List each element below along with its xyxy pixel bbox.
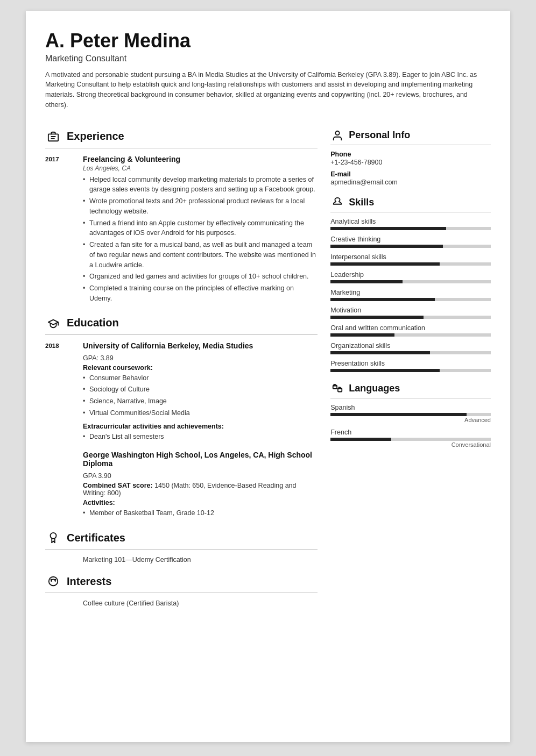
interests-content: Coffee culture (Certified Barista) — [45, 600, 318, 607]
bullet-item: Virtual Communities/Social Media — [83, 408, 318, 418]
edu-entry-1: 2018 University of California Berkeley, … — [45, 341, 318, 444]
skill-item: Oral and written communication — [330, 324, 491, 337]
phone-label: Phone — [330, 151, 491, 158]
bullet-item: Completed a training course on the princ… — [83, 283, 318, 304]
exp-title-1: Freelancing & Volunteering — [83, 155, 318, 163]
experience-header: Experience — [45, 129, 318, 145]
sat-label: Combined SAT score: — [83, 482, 153, 489]
email-label: E-mail — [330, 170, 491, 178]
skills-section: Skills Analytical skills Creative thinki… — [330, 196, 491, 372]
skill-name: Marketing — [330, 289, 491, 296]
skills-icon — [330, 196, 344, 210]
lang-bar-bg — [330, 438, 491, 441]
exp-bullets-1: Helped local community develop marketing… — [83, 175, 318, 304]
lang-name: Spanish — [330, 404, 491, 411]
edu-year-2 — [45, 451, 83, 520]
exp-entry-1: 2017 Freelancing & Volunteering Los Ange… — [45, 155, 318, 305]
svg-rect-0 — [48, 134, 58, 141]
resume-page: A. Peter Medina Marketing Consultant A m… — [26, 11, 510, 742]
personal-info-icon — [330, 129, 344, 142]
skill-item: Leadership — [330, 271, 491, 283]
edu-entry-2: George Washington High School, Los Angel… — [45, 451, 318, 520]
languages-divider — [330, 398, 491, 398]
bullet-item: Turned a friend into an Apple customer b… — [83, 218, 318, 239]
education-divider — [45, 334, 318, 335]
two-col-layout: Experience 2017 Freelancing & Volunteeri… — [45, 129, 491, 723]
svg-point-6 — [51, 579, 52, 580]
activities-label: Activities: — [83, 499, 318, 507]
sat-row: Combined SAT score: 1450 (Math: 650, Evi… — [83, 482, 318, 497]
skill-bar-fill — [330, 369, 439, 372]
edu-gpa-1: GPA: 3.89 — [83, 354, 318, 362]
skill-bar-fill — [330, 333, 394, 337]
experience-section: Experience 2017 Freelancing & Volunteeri… — [45, 129, 318, 305]
svg-point-5 — [49, 577, 58, 586]
exp-year-1: 2017 — [45, 155, 83, 305]
coursework-label: Relevant coursework: — [83, 364, 318, 372]
skills-title: Skills — [349, 197, 374, 208]
svg-point-4 — [51, 533, 57, 539]
bullet-item: Helped local community develop marketing… — [83, 175, 318, 195]
bullet-item: Consumer Behavior — [83, 373, 318, 383]
personal-info-title: Personal Info — [349, 130, 410, 141]
certificates-title: Certificates — [67, 532, 125, 544]
edu-title-1: University of California Berkeley, Media… — [83, 341, 318, 350]
skill-item: Organizational skills — [330, 342, 491, 354]
lang-bar-fill — [330, 438, 391, 441]
skill-bar-fill — [330, 351, 430, 354]
interests-divider — [45, 593, 318, 593]
skills-divider — [330, 212, 491, 212]
skill-item: Interpersonal skills — [330, 253, 491, 266]
svg-point-8 — [336, 131, 340, 134]
exp-content-1: Freelancing & Volunteering Los Angeles, … — [83, 155, 318, 305]
skill-name: Analytical skills — [330, 218, 491, 225]
extracurricular-bullets: Dean's List all semesters — [83, 432, 318, 442]
skill-bar-fill — [330, 245, 442, 248]
experience-divider — [45, 148, 318, 148]
candidate-name: A. Peter Medina — [45, 30, 491, 52]
skill-bar-fill — [330, 298, 435, 301]
bullet-item: Organized and led games and activities f… — [83, 272, 318, 282]
skills-header: Skills — [330, 196, 491, 210]
skill-bar-fill — [330, 262, 439, 266]
interests-section: Interests Coffee culture (Certified Bari… — [45, 573, 318, 607]
certificates-divider — [45, 549, 318, 550]
skill-name: Creative thinking — [330, 236, 491, 243]
languages-container: Spanish Advanced French Conversational — [330, 404, 491, 448]
interests-item-1: Coffee culture (Certified Barista) — [83, 600, 318, 607]
coursework-bullets: Consumer Behavior Sociology of Culture S… — [83, 373, 318, 418]
bullet-item: Sociology of Culture — [83, 384, 318, 395]
language-item: French Conversational — [330, 429, 491, 448]
phone-value: +1-23-456-78900 — [330, 159, 491, 166]
svg-rect-9 — [333, 386, 337, 389]
skill-bar-bg — [330, 280, 491, 283]
lang-level: Advanced — [330, 417, 491, 423]
bullet-item: Science, Narrative, Image — [83, 396, 318, 406]
certificates-header: Certificates — [45, 530, 318, 546]
experience-title: Experience — [67, 130, 124, 142]
skill-name: Organizational skills — [330, 342, 491, 350]
skills-container: Analytical skills Creative thinking Inte… — [330, 218, 491, 372]
skill-bar-bg — [330, 369, 491, 372]
skill-item: Creative thinking — [330, 236, 491, 248]
education-section: Education 2018 University of California … — [45, 315, 318, 520]
email-value: apmedina@email.com — [330, 179, 491, 186]
lang-level: Conversational — [330, 441, 491, 448]
skill-bar-bg — [330, 351, 491, 354]
job-title: Marketing Consultant — [45, 54, 491, 63]
languages-icon — [330, 382, 344, 396]
skill-name: Leadership — [330, 271, 491, 279]
activities-bullets: Member of Basketball Team, Grade 10-12 — [83, 508, 318, 518]
svg-point-7 — [55, 579, 56, 580]
skill-bar-fill — [330, 227, 446, 230]
personal-info-divider — [330, 145, 491, 145]
interests-title: Interests — [67, 575, 111, 588]
edu-year-1: 2018 — [45, 341, 83, 444]
summary: A motivated and personable student pursu… — [45, 70, 491, 110]
skill-bar-bg — [330, 262, 491, 266]
certificates-section: Certificates Marketing 101—Udemy Certifi… — [45, 530, 318, 564]
bullet-item: Member of Basketball Team, Grade 10-12 — [83, 508, 318, 518]
interests-header: Interests — [45, 573, 318, 589]
bullet-item: Wrote promotional texts and 20+ professi… — [83, 196, 318, 217]
interests-icon — [45, 573, 61, 589]
